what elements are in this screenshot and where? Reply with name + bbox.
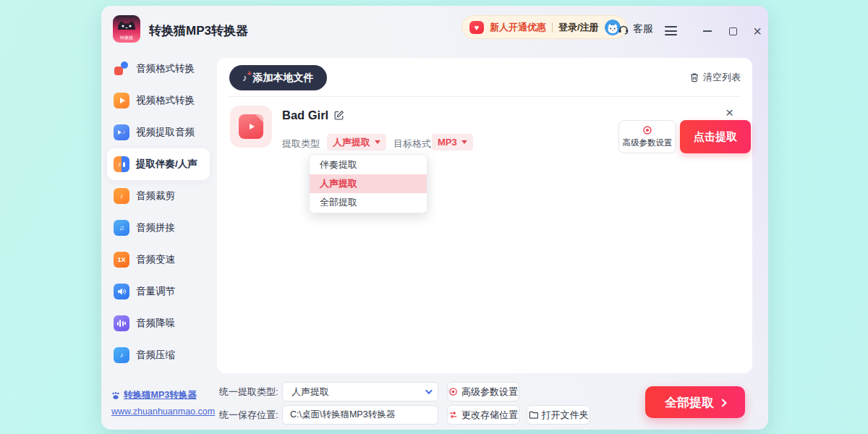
remove-file-button[interactable]: ×: [726, 106, 733, 119]
extract-button[interactable]: 点击提取: [680, 120, 751, 153]
folder-icon: [529, 410, 538, 420]
footer-advanced-settings-label: 高级参数设置: [461, 386, 518, 399]
video-extract-audio-icon: ♪: [114, 124, 129, 140]
audio-format-icon: [114, 61, 129, 77]
add-local-file-button[interactable]: ♪+ 添加本地文件: [229, 65, 327, 90]
pill-divider: [552, 22, 553, 33]
extract-all-label: 全部提取: [665, 394, 714, 411]
chevron-down-icon: [375, 140, 380, 144]
unified-save-path-label: 统一保存位置:: [219, 405, 278, 425]
target-format-select[interactable]: MP3: [432, 134, 473, 150]
desktop-background: 转换猫 转换猫MP3转换器 ♥ 新人开通优惠 登录/注册: [0, 0, 868, 434]
extract-type-dropdown: 伴奏提取 人声提取 全部提取: [309, 154, 427, 213]
clear-list-button[interactable]: 清空列表: [689, 71, 741, 84]
sidebar-item-volume-adjust[interactable]: 音量调节: [107, 276, 210, 307]
extract-type-label: 提取类型: [282, 137, 320, 150]
svg-text:转换猫: 转换猫: [120, 35, 133, 41]
trash-icon: [689, 72, 699, 82]
unified-extract-type-label: 统一提取类型:: [219, 382, 278, 401]
maximize-button[interactable]: [725, 23, 741, 39]
dropdown-option-vocal[interactable]: 人声提取: [310, 174, 427, 193]
sidebar-item-video-format[interactable]: 视频格式转换: [107, 85, 210, 116]
dropdown-option-all[interactable]: 全部提取: [310, 193, 427, 212]
promo-pill[interactable]: ♥ 新人开通优惠 登录/注册: [461, 15, 627, 39]
compress-icon: ♪: [114, 347, 129, 363]
sidebar-item-extract-vocal[interactable]: ♪ 提取伴奏/人声: [107, 148, 210, 180]
audio-file-icon: [239, 114, 263, 139]
sidebar-item-label: 音频压缩: [136, 349, 175, 362]
sidebar: 音频格式转换 视频格式转换 ♪ 视频提取音频 ♪ 提取伴奏/人声 ♪ 音频裁剪 …: [107, 53, 210, 371]
advanced-settings-button[interactable]: 高级参数设置: [618, 120, 676, 153]
site-url-link[interactable]: www.zhuanhuanmao.com: [111, 407, 215, 417]
sidebar-item-label: 音频降噪: [136, 317, 175, 330]
cat-paw-icon: [111, 391, 120, 400]
extract-button-label: 点击提取: [694, 130, 737, 144]
sidebar-item-label: 音频变速: [136, 253, 175, 266]
settings-target-icon: [448, 387, 458, 396]
sidebar-item-audio-trim[interactable]: ♪ 音频裁剪: [107, 180, 210, 212]
sidebar-item-label: 提取伴奏/人声: [136, 158, 197, 171]
service-label: 客服: [633, 22, 653, 35]
headset-icon: [618, 23, 629, 35]
sidebar-item-label: 音量调节: [136, 285, 175, 298]
file-thumbnail: [230, 106, 272, 148]
heart-icon: ♥: [469, 21, 484, 34]
advanced-settings-label: 高级参数设置: [623, 137, 673, 148]
swap-icon: [448, 410, 458, 420]
sidebar-item-label: 音频裁剪: [136, 190, 175, 203]
settings-target-icon: [642, 125, 652, 135]
change-location-label: 更改存储位置: [461, 409, 518, 422]
extract-type-select[interactable]: 人声提取: [327, 134, 386, 150]
audio-trim-icon: ♪: [114, 188, 129, 204]
chevron-down-icon: [461, 140, 467, 144]
customer-service-button[interactable]: 客服: [618, 22, 653, 35]
open-folder-button[interactable]: 打开文件夹: [527, 405, 590, 425]
sidebar-item-audio-format[interactable]: 音频格式转换: [107, 53, 210, 85]
audio-splice-icon: ♫: [114, 220, 129, 236]
change-location-button[interactable]: 更改存储位置: [447, 405, 519, 425]
file-name-row: Bad Girl: [282, 109, 344, 122]
login-register-link[interactable]: 登录/注册: [558, 21, 599, 34]
site-name-link[interactable]: 转换猫MP3转换器: [111, 389, 197, 401]
open-folder-label: 打开文件夹: [542, 409, 589, 422]
sidebar-item-audio-denoise[interactable]: 音频降噪: [107, 307, 210, 339]
site-name-label[interactable]: 转换猫MP3转换器: [124, 389, 197, 401]
close-window-button[interactable]: ×: [749, 23, 765, 39]
menu-button[interactable]: [665, 26, 677, 38]
add-music-icon: ♪+: [242, 72, 247, 83]
edit-icon[interactable]: [333, 110, 344, 121]
sidebar-item-video-extract-audio[interactable]: ♪ 视频提取音频: [107, 116, 210, 148]
unified-extract-type-select[interactable]: 人声提取: [282, 382, 438, 401]
main-panel: ♪+ 添加本地文件 清空列表 Bad Girl: [217, 58, 752, 373]
app-logo-icon: 转换猫: [113, 15, 140, 43]
target-format-label: 目标格式: [393, 137, 431, 150]
volume-icon: [114, 284, 129, 299]
app-window: 转换猫 转换猫MP3转换器 ♥ 新人开通优惠 登录/注册: [101, 6, 768, 430]
promo-link[interactable]: 新人开通优惠: [490, 21, 546, 34]
footer-advanced-settings-button[interactable]: 高级参数设置: [447, 382, 519, 401]
add-button-label: 添加本地文件: [253, 72, 314, 85]
clear-list-label: 清空列表: [703, 71, 741, 84]
save-path-input[interactable]: [282, 405, 438, 425]
sidebar-item-audio-compress[interactable]: ♪ 音频压缩: [107, 339, 210, 371]
app-title: 转换猫MP3转换器: [149, 22, 248, 39]
unified-extract-type-value: 人声提取: [292, 386, 329, 399]
sidebar-item-label: 视频格式转换: [136, 94, 195, 107]
denoise-icon: [114, 315, 129, 331]
extract-type-value: 人声提取: [333, 136, 370, 149]
sidebar-item-label: 音频格式转换: [136, 62, 195, 75]
chevron-down-icon: [425, 387, 433, 394]
file-name: Bad Girl: [282, 109, 328, 122]
video-format-icon: [114, 93, 129, 109]
extract-all-button[interactable]: 全部提取: [645, 386, 745, 418]
sidebar-item-label: 视频提取音频: [136, 126, 195, 139]
chevron-right-icon: [718, 399, 726, 407]
sidebar-item-label: 音频拼接: [136, 221, 175, 234]
audio-speed-icon: 1X: [114, 252, 129, 268]
extract-vocal-icon: ♪: [114, 156, 129, 172]
sidebar-item-audio-splice[interactable]: ♫ 音频拼接: [107, 212, 210, 244]
dropdown-option-accompaniment[interactable]: 伴奏提取: [310, 156, 427, 174]
minimize-button[interactable]: [699, 23, 715, 39]
sidebar-item-audio-speed[interactable]: 1X 音频变速: [107, 244, 210, 276]
divider: [229, 96, 741, 97]
